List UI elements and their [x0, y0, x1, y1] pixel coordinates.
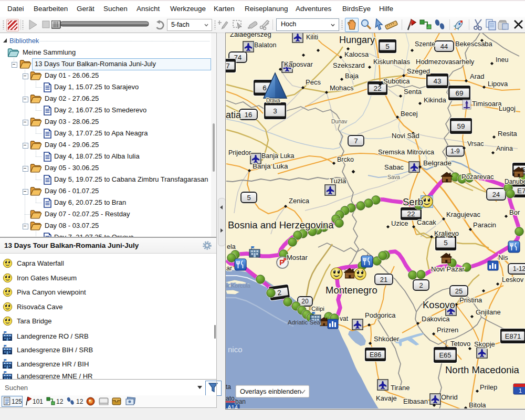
- svg-text:Drava: Drava: [266, 98, 280, 103]
- svg-text:Sabac: Sabac: [384, 163, 404, 171]
- svg-text:E871: E871: [505, 332, 521, 340]
- svg-text:Banja Luka: Banja Luka: [261, 152, 295, 160]
- svg-text:Kavaje: Kavaje: [376, 394, 397, 402]
- svg-text:2: 2: [419, 281, 423, 289]
- svg-text:Timisoara: Timisoara: [472, 100, 502, 108]
- svg-text:7: 7: [226, 62, 230, 70]
- svg-text:Szente: Szente: [415, 40, 435, 48]
- svg-text:Bor: Bor: [509, 208, 520, 216]
- svg-text:ban: ban: [235, 398, 246, 405]
- svg-text:69: 69: [455, 89, 463, 97]
- svg-text:Anina: Anina: [496, 145, 513, 152]
- svg-text:Novi Pazar: Novi Pazar: [431, 265, 465, 273]
- svg-text:Kiskunhalas: Kiskunhalas: [373, 58, 411, 66]
- svg-text:Prizren: Prizren: [437, 326, 458, 334]
- svg-text:Pristina: Pristina: [459, 296, 482, 304]
- svg-text:Novi Sad: Novi Sad: [392, 132, 419, 140]
- svg-text:Adriatic Sea: Adriatic Sea: [288, 319, 321, 326]
- svg-text:ato: ato: [226, 395, 235, 402]
- svg-text:Arad: Arad: [470, 72, 484, 80]
- svg-text:Becej: Becej: [401, 110, 418, 118]
- svg-text:Leskov: Leskov: [502, 276, 524, 284]
- svg-text:5: 5: [247, 194, 250, 202]
- svg-text:Belgrade: Belgrade: [423, 159, 452, 167]
- svg-text:Baja: Baja: [345, 72, 359, 80]
- svg-text:E65: E65: [439, 351, 451, 359]
- svg-text:Tirane: Tirane: [391, 384, 410, 392]
- svg-text:5: 5: [444, 239, 448, 247]
- svg-text:Montenegro: Montenegro: [326, 285, 377, 296]
- svg-text:Sremska Mitrovica: Sremska Mitrovica: [378, 148, 435, 156]
- svg-text:44: 44: [440, 43, 448, 50]
- svg-text:Zalaegerszeg: Zalaegerszeg: [230, 33, 271, 38]
- svg-text:25: 25: [455, 287, 463, 295]
- svg-text:Cacak: Cacak: [417, 218, 436, 226]
- svg-text:Resita: Resita: [498, 130, 518, 138]
- svg-text:Mostar: Mostar: [287, 254, 308, 261]
- svg-text:16: 16: [245, 111, 252, 119]
- svg-text:Gnjilane: Gnjilane: [476, 308, 501, 316]
- svg-text:1-9: 1-9: [450, 148, 460, 155]
- svg-text:Serb: Serb: [403, 196, 423, 207]
- svg-text:Prilep: Prilep: [480, 383, 497, 391]
- svg-text:Balaton: Balaton: [254, 41, 276, 49]
- svg-text:Tetovo: Tetovo: [450, 340, 470, 348]
- svg-text:Dakovica: Dakovica: [422, 315, 450, 323]
- svg-text:Sava: Sava: [387, 174, 400, 180]
- svg-text:7: 7: [354, 137, 358, 145]
- svg-text:Kragujevac: Kragujevac: [446, 211, 481, 218]
- svg-text:Pecs: Pecs: [306, 78, 321, 86]
- svg-text:Brcko: Brcko: [337, 156, 354, 163]
- svg-text:6: 6: [262, 84, 267, 92]
- svg-text:Szekszard: Szekszard: [333, 61, 365, 69]
- svg-text:59: 59: [457, 122, 465, 130]
- svg-text:Kosovo: Kosovo: [423, 299, 455, 310]
- svg-text:24: 24: [492, 191, 500, 198]
- svg-text:Mohacs: Mohacs: [330, 84, 354, 92]
- svg-text:ela: ela: [227, 243, 236, 250]
- svg-text:Kraljevo: Kraljevo: [434, 229, 459, 237]
- svg-text:5: 5: [385, 43, 390, 50]
- svg-text:Szeged: Szeged: [407, 67, 430, 75]
- svg-text:Dunav: Dunav: [331, 118, 348, 124]
- svg-text:Skopje: Skopje: [474, 340, 495, 348]
- svg-text:Hodmezovasarhely: Hodmezovasarhely: [416, 58, 475, 66]
- svg-text:Paracin: Paracin: [473, 221, 496, 229]
- svg-text:21: 21: [380, 276, 387, 284]
- svg-text:Bosnia and Herzegovina: Bosnia and Herzegovina: [228, 219, 334, 230]
- svg-text:Hungary: Hungary: [339, 35, 375, 45]
- svg-text:1: 1: [519, 387, 522, 394]
- svg-text:Subotica: Subotica: [383, 77, 410, 85]
- svg-text:Elbasan: Elbasan: [403, 397, 428, 405]
- svg-text:ar: ar: [226, 265, 232, 272]
- svg-text:Tuzla: Tuzla: [330, 177, 346, 185]
- svg-text:atia: atia: [226, 110, 242, 120]
- svg-text:20: 20: [301, 298, 309, 305]
- svg-text:Podgorica: Podgorica: [365, 311, 396, 319]
- svg-text:Zenica: Zenica: [289, 197, 310, 205]
- svg-text:vat: vat: [340, 315, 349, 322]
- svg-text:Shkoder: Shkoder: [374, 335, 400, 343]
- svg-text:North Macedonia: North Macedonia: [445, 364, 520, 375]
- svg-text:Kalocsa: Kalocsa: [344, 50, 369, 58]
- svg-text:Nis: Nis: [498, 254, 508, 261]
- svg-text:Kiliti: Kiliti: [306, 34, 318, 41]
- svg-text:Prijedor: Prijedor: [228, 149, 251, 156]
- svg-text:E86: E86: [370, 351, 381, 359]
- svg-text:nico: nico: [228, 345, 243, 354]
- svg-text:1-12: 1-12: [513, 265, 525, 272]
- svg-text:Ohrid: Ohrid: [441, 393, 458, 401]
- svg-text:Danube: Danube: [505, 178, 525, 185]
- svg-text:Bekescsaba: Bekescsaba: [455, 40, 493, 48]
- svg-text:Kaposvar: Kaposvar: [284, 60, 313, 68]
- svg-text:Kikinda: Kikinda: [424, 96, 446, 104]
- svg-text:43: 43: [433, 77, 441, 85]
- svg-text:Bitola: Bitola: [469, 401, 486, 408]
- svg-text:Senta: Senta: [404, 88, 422, 96]
- svg-text:Pozarevac: Pozarevac: [461, 173, 494, 181]
- svg-text:ok Korcula: ok Korcula: [226, 282, 251, 289]
- svg-text:Lugoj: Lugoj: [499, 104, 516, 112]
- svg-text:Overlays einblenden: Overlays einblenden: [240, 387, 301, 395]
- svg-text:Ineu: Ineu: [496, 56, 508, 64]
- svg-text:Banja Luka: Banja Luka: [253, 162, 288, 170]
